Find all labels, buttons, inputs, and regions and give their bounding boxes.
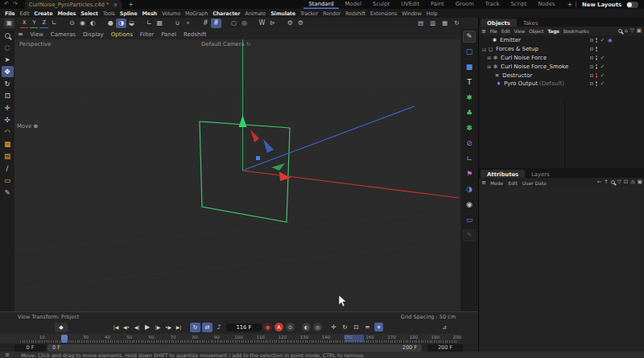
menu-item[interactable]: Render	[320, 10, 343, 17]
cube-command-icon[interactable]: ■	[463, 61, 476, 73]
viewport-canvas[interactable]: Perspective Default Camera ↻ Move ⊕	[14, 39, 460, 311]
material-sphere-icon[interactable]: ●	[105, 19, 116, 28]
menu-item[interactable]: Tools	[101, 10, 118, 17]
panel-icon[interactable]: ▣	[638, 178, 642, 187]
home-icon[interactable]: ⌂	[625, 27, 628, 35]
menu-item[interactable]: Simulate	[268, 10, 298, 17]
up-icon[interactable]: ↑	[604, 178, 608, 187]
attribute-menu-item[interactable]: Edit	[506, 180, 520, 186]
workplane-grid-icon[interactable]: ▦	[155, 19, 165, 28]
text-command-icon[interactable]: T	[463, 76, 476, 88]
viewport-menu-item[interactable]: Options	[107, 31, 136, 38]
snap-settings-icon[interactable]: ∘	[183, 19, 193, 28]
menu-item[interactable]: Edit	[18, 10, 32, 17]
add-layout-button[interactable]: +	[567, 1, 572, 8]
close-tab-icon[interactable]: ×	[113, 2, 118, 8]
new-document-tab-button[interactable]: +	[128, 1, 134, 8]
new-layouts-toggle[interactable]	[626, 2, 638, 8]
hamburger-icon[interactable]: ≡	[481, 28, 486, 35]
menu-item[interactable]: Mesh	[139, 10, 159, 17]
layout-tab[interactable]: Paint	[425, 0, 450, 9]
axis-z-lock-button[interactable]: Z	[39, 19, 47, 28]
record-pla-button[interactable]: ✳	[374, 323, 383, 331]
menu-item[interactable]: File	[2, 10, 18, 17]
Pyro Output[interactable]: ♦ Pyro Output (Default) ✓ ◉	[479, 80, 644, 88]
key-mode-a-button[interactable]: ◐	[302, 323, 311, 331]
Curl Noise Force_Smoke[interactable]: ⊞ ✻ Curl Noise Force_Smoke ✓ ◉	[479, 62, 644, 71]
menu-item[interactable]: Redshift	[343, 10, 368, 17]
filter-icon[interactable]: ▽	[617, 178, 621, 187]
enabled-check-icon[interactable]: ✓	[600, 37, 606, 43]
target-icon[interactable]: ○	[229, 19, 239, 28]
panel-icon[interactable]: ▣	[637, 27, 642, 35]
layout-tab[interactable]: Standard	[303, 0, 340, 9]
range-slider[interactable]: 0 F 200 F	[47, 344, 422, 352]
next-key-button[interactable]: •▶	[163, 323, 173, 332]
hamburger-icon[interactable]: ≡	[18, 31, 23, 38]
autokeying-button[interactable]: A	[275, 323, 283, 331]
enabled-check-icon[interactable]: ✓	[600, 72, 606, 79]
layout-tab[interactable]: Nodes	[532, 0, 560, 9]
layer-color-swatch[interactable]	[590, 65, 593, 68]
layout-reset-icon[interactable]: ↻	[452, 19, 462, 28]
modeling-settings-icon[interactable]: ⚙	[285, 19, 295, 28]
panel-tab[interactable]: Takes	[517, 19, 545, 27]
layer-color-swatch[interactable]	[590, 39, 593, 42]
history-icon[interactable]: ◎	[630, 178, 635, 187]
pyro-tag-icon[interactable]: ◉	[608, 37, 613, 43]
visibility-dots[interactable]	[596, 73, 598, 78]
annotate-command-icon[interactable]: ✎	[463, 229, 476, 241]
object-manager-menu-item[interactable]: Edit	[499, 28, 512, 34]
next-frame-button[interactable]: |▶	[153, 323, 163, 332]
move-tool[interactable]: ✥	[2, 66, 14, 77]
viewport-menu-item[interactable]: Redshift	[180, 31, 210, 38]
menu-item[interactable]: Window	[399, 10, 423, 17]
array-tool[interactable]: ▤	[2, 150, 14, 162]
object-name[interactable]: Pyro Output	[504, 80, 538, 87]
start-frame-field[interactable]: 0 F	[14, 344, 46, 352]
keyframe-selection-button[interactable]: ⊙	[286, 323, 295, 331]
layout-tab[interactable]: Script	[505, 0, 532, 9]
Emitter[interactable]: ✱ Emitter ✓ ◉	[479, 36, 644, 45]
focus-icon[interactable]: ◎	[239, 19, 250, 28]
sound-icon[interactable]: ♪	[214, 323, 224, 332]
panel-tab[interactable]: Attributes	[481, 170, 525, 178]
Forces & Setup[interactable]: ⊟ ◻ Forces & Setup ✓ ◉	[479, 45, 644, 54]
snap-enable-icon[interactable]: ∪	[172, 19, 183, 28]
plane-cut-tool[interactable]: ▭	[2, 175, 14, 186]
layout-tab[interactable]: Sculpt	[367, 0, 395, 9]
enabled-check-icon[interactable]: ✓	[600, 64, 606, 70]
search-icon[interactable]	[5, 30, 10, 41]
record-rotation-button[interactable]: ↻	[341, 323, 349, 331]
play-mode-button[interactable]: ⇄	[202, 323, 213, 332]
goto-start-button[interactable]: |◀	[111, 323, 121, 332]
layer-color-swatch[interactable]	[590, 74, 593, 77]
enabled-check-icon[interactable]: ✓	[600, 55, 606, 61]
attribute-menu-item[interactable]: User Data	[520, 180, 549, 186]
render-view-icon[interactable]: ⊙	[67, 19, 77, 28]
menu-item[interactable]: Character	[210, 10, 242, 17]
Curl Noise Force[interactable]: ⊞ ✻ Curl Noise Force ✓ ◉	[479, 54, 644, 63]
workplane-mode-icon[interactable]: W	[257, 19, 267, 28]
document-tab[interactable]: CurlNoise_PyroParticles.c4d * ×	[25, 0, 122, 9]
filter-icon[interactable]: ▽	[630, 27, 634, 35]
record-active-objects-button[interactable]: ●	[263, 323, 272, 331]
object-manager-menu-item[interactable]: Object	[526, 28, 545, 34]
layout-grid-icon[interactable]: ▦	[440, 19, 450, 28]
enabled-check-icon[interactable]: ✓	[600, 80, 606, 87]
layout-tab[interactable]: Model	[339, 0, 366, 9]
viewport-menu-item[interactable]: View	[27, 31, 47, 38]
menu-item[interactable]: Animate	[242, 10, 268, 17]
object-manager-menu-item[interactable]: Tags	[546, 28, 561, 34]
scale-tool[interactable]: ⊡	[2, 90, 14, 101]
object-manager-menu-item[interactable]: View	[512, 28, 526, 34]
layout-tab[interactable]: Groom	[450, 0, 480, 9]
axis-y-lock-button[interactable]: Y	[30, 19, 38, 28]
spline-volume-command-icon[interactable]: ∟	[463, 153, 476, 165]
fcurve-icon[interactable]: ⊿	[439, 323, 450, 332]
Destructor[interactable]: ✕ Destructor ✓ ◉	[479, 71, 644, 80]
layer-color-swatch[interactable]	[590, 47, 593, 51]
record-scale-button[interactable]: ⊡	[352, 323, 361, 331]
pen-command-icon[interactable]: ✎	[463, 31, 476, 43]
visibility-dots[interactable]	[596, 38, 598, 43]
